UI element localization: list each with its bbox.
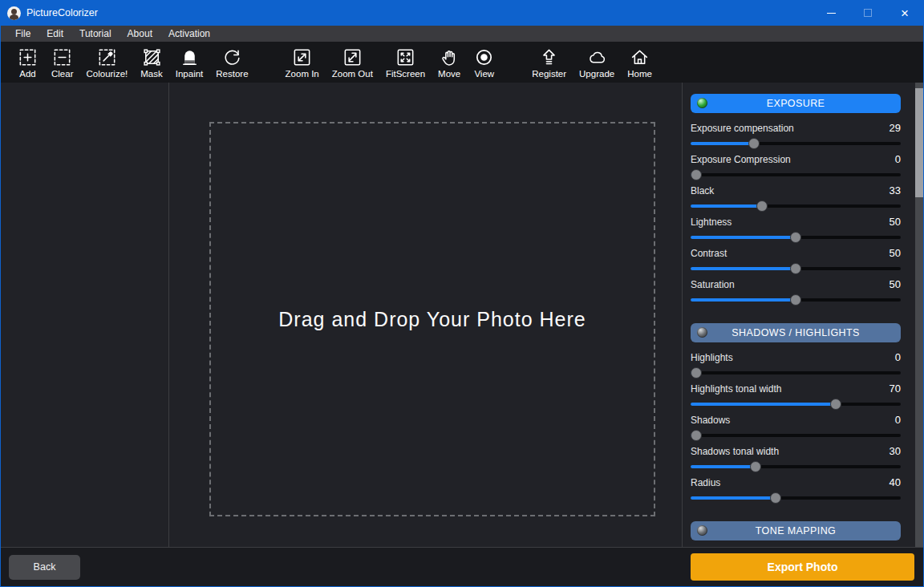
toolbar-restore-button[interactable]: Restore bbox=[209, 46, 254, 79]
lightness-row: Lightness 50 bbox=[691, 216, 901, 243]
export-photo-button[interactable]: Export Photo bbox=[691, 553, 914, 581]
shadows-slider[interactable] bbox=[691, 430, 901, 441]
menu-about[interactable]: About bbox=[120, 26, 160, 42]
toolbar-colourize-button[interactable]: Colourize! bbox=[79, 46, 134, 79]
home-icon bbox=[629, 47, 650, 68]
toolbar-move-button[interactable]: Move bbox=[432, 46, 467, 79]
slider-track[interactable] bbox=[691, 173, 901, 176]
close-button[interactable]: × bbox=[886, 0, 923, 26]
menu-file[interactable]: File bbox=[7, 26, 38, 42]
section-disabled-orb-icon[interactable] bbox=[697, 525, 707, 536]
slider-fill bbox=[691, 298, 796, 302]
slider-value: 0 bbox=[895, 414, 901, 426]
shadows-row: Shadows 0 bbox=[691, 414, 901, 441]
saturation-row: Saturation 50 bbox=[691, 278, 901, 306]
minimize-button[interactable] bbox=[813, 0, 849, 26]
toolbar-label: FitScreen bbox=[386, 69, 425, 79]
toolbar-group-1: AddClearColourize!MaskInpaintRestore bbox=[10, 46, 255, 79]
menu-edit[interactable]: Edit bbox=[38, 26, 71, 42]
toolbar-label: Register bbox=[532, 69, 566, 79]
toolbar-label: Colourize! bbox=[86, 69, 128, 79]
slider-fill bbox=[691, 496, 776, 500]
slider-label: Exposure Compression bbox=[691, 154, 791, 165]
menu-activation[interactable]: Activation bbox=[160, 26, 218, 42]
toolbar-group-2: Zoom InZoom OutFitScreenMoveView bbox=[279, 46, 502, 79]
slider-header: Highlights 0 bbox=[691, 351, 901, 364]
radius-slider[interactable] bbox=[691, 492, 901, 504]
toolbar-clear-button[interactable]: Clear bbox=[45, 46, 79, 79]
maximize-icon bbox=[864, 9, 872, 17]
toolbar-label: Move bbox=[438, 69, 460, 79]
slider-label: Shadows tonal width bbox=[691, 446, 779, 457]
back-button[interactable]: Back bbox=[9, 555, 80, 580]
toolbar-label: Home bbox=[627, 69, 652, 79]
toolbar-register-button[interactable]: Register bbox=[525, 46, 573, 79]
toolbar-view-button[interactable]: View bbox=[467, 46, 501, 79]
menu-tutorial[interactable]: Tutorial bbox=[71, 26, 120, 42]
black-slider[interactable] bbox=[691, 200, 901, 212]
slider-thumb[interactable] bbox=[790, 232, 801, 243]
toolbar-label: Restore bbox=[216, 69, 248, 79]
section-enabled-orb-icon[interactable] bbox=[697, 98, 707, 108]
slider-value: 30 bbox=[890, 445, 901, 457]
zoom-in-icon bbox=[291, 47, 313, 68]
slider-label: Highlights tonal width bbox=[691, 383, 781, 395]
slider-thumb[interactable] bbox=[770, 492, 781, 504]
toolbar-add-button[interactable]: Add bbox=[10, 46, 45, 79]
slider-label: Saturation bbox=[691, 279, 735, 290]
main-area: Drag and Drop Your Photo Here EXPOSURE E… bbox=[1, 83, 923, 547]
toolbar-inpaint-button[interactable]: Inpaint bbox=[169, 46, 210, 79]
slider-thumb[interactable] bbox=[691, 169, 702, 180]
maximize-button[interactable] bbox=[849, 0, 886, 26]
slider-thumb[interactable] bbox=[750, 461, 761, 472]
toolbar-upgrade-button[interactable]: Upgrade bbox=[573, 46, 621, 79]
toolbar-home-button[interactable]: Home bbox=[621, 46, 659, 79]
saturation-slider[interactable] bbox=[691, 294, 901, 306]
exposure-compensation-slider[interactable] bbox=[691, 138, 901, 149]
slider-fill bbox=[691, 236, 796, 239]
toolbar-group-3: RegisterUpgradeHome bbox=[525, 46, 659, 79]
exposure-compression-slider[interactable] bbox=[691, 169, 901, 180]
slider-value: 0 bbox=[895, 351, 901, 363]
slider-label: Exposure compensation bbox=[691, 123, 794, 134]
section-header-tone-mapping[interactable]: TONE MAPPING bbox=[691, 521, 901, 540]
section-header-shadows-highlights[interactable]: SHADOWS / HIGHLIGHTS bbox=[691, 323, 901, 342]
toolbar-zoom-in-button[interactable]: Zoom In bbox=[279, 46, 326, 79]
lightness-slider[interactable] bbox=[691, 232, 901, 243]
slider-thumb[interactable] bbox=[790, 263, 801, 274]
toolbar-fitscreen-button[interactable]: FitScreen bbox=[379, 46, 432, 79]
inpaint-icon bbox=[179, 47, 201, 68]
section-gap bbox=[691, 310, 901, 323]
contrast-slider[interactable] bbox=[691, 263, 901, 274]
slider-header: Exposure compensation 29 bbox=[691, 122, 901, 135]
photo-dropzone[interactable]: Drag and Drop Your Photo Here bbox=[209, 122, 655, 516]
zoom-out-icon bbox=[342, 47, 363, 68]
section-disabled-orb-icon[interactable] bbox=[697, 327, 707, 338]
slider-thumb[interactable] bbox=[790, 294, 801, 306]
highlights-tonal-width-slider[interactable] bbox=[691, 399, 901, 410]
toolbar-zoom-out-button[interactable]: Zoom Out bbox=[326, 46, 379, 79]
section-header-exposure[interactable]: EXPOSURE bbox=[691, 94, 901, 113]
toolbar-label: Add bbox=[19, 69, 35, 79]
slider-thumb[interactable] bbox=[830, 399, 841, 410]
toolbar-mask-button[interactable]: Mask bbox=[134, 46, 168, 79]
shadows-tonal-width-slider[interactable] bbox=[691, 461, 901, 472]
slider-thumb[interactable] bbox=[756, 200, 768, 212]
highlights-row: Highlights 0 bbox=[691, 351, 901, 379]
slider-value: 70 bbox=[890, 383, 901, 395]
app-logo-icon bbox=[7, 6, 21, 20]
slider-value: 0 bbox=[895, 153, 901, 165]
contrast-row: Contrast 50 bbox=[691, 247, 901, 274]
slider-thumb[interactable] bbox=[691, 430, 702, 441]
highlights-slider[interactable] bbox=[691, 367, 901, 379]
scrollbar-thumb[interactable] bbox=[915, 88, 923, 197]
panel-scrollbar[interactable] bbox=[915, 83, 923, 547]
slider-thumb[interactable] bbox=[748, 138, 760, 149]
section-gap bbox=[691, 508, 901, 521]
slider-track[interactable] bbox=[691, 371, 901, 374]
section-title: SHADOWS / HIGHLIGHTS bbox=[732, 327, 859, 338]
slider-thumb[interactable] bbox=[691, 367, 702, 379]
add-icon bbox=[17, 47, 38, 68]
slider-track[interactable] bbox=[691, 434, 901, 437]
footer-bar: Back Export Photo bbox=[1, 547, 923, 586]
